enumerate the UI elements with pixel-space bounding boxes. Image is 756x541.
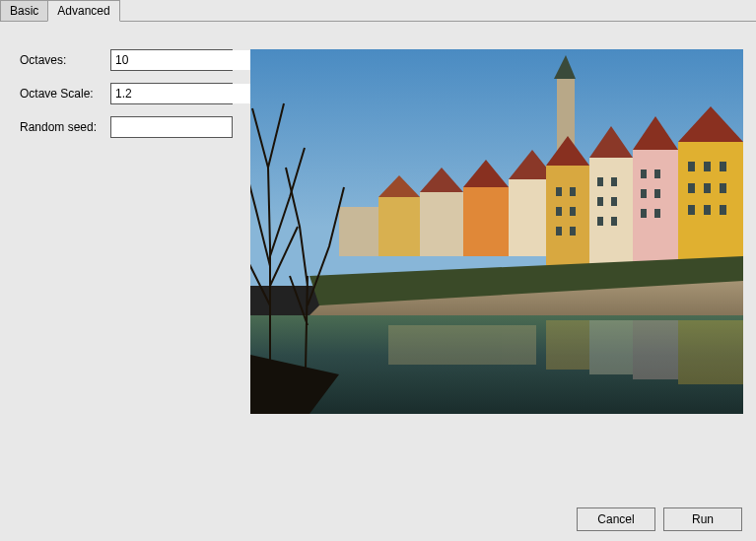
- svg-rect-46: [720, 205, 726, 215]
- scale-label: Octave Scale:: [20, 87, 110, 101]
- svg-rect-37: [654, 209, 660, 218]
- svg-rect-44: [688, 205, 695, 215]
- svg-rect-32: [641, 169, 647, 178]
- scale-input[interactable]: [111, 84, 267, 103]
- svg-rect-42: [704, 183, 711, 193]
- tab-bar: Basic Advanced: [0, 0, 756, 22]
- svg-rect-43: [720, 183, 726, 193]
- tab-advanced[interactable]: Advanced: [47, 0, 119, 22]
- scale-spinner: ▲ ▼: [110, 83, 233, 104]
- cancel-button[interactable]: Cancel: [577, 507, 655, 531]
- svg-rect-25: [570, 227, 576, 236]
- row-seed: Random seed:: [20, 116, 237, 138]
- svg-rect-3: [339, 207, 378, 256]
- svg-rect-23: [570, 207, 576, 216]
- tab-basic[interactable]: Basic: [0, 0, 48, 21]
- seed-label: Random seed:: [20, 120, 110, 134]
- svg-rect-35: [654, 189, 660, 198]
- svg-rect-54: [388, 325, 536, 365]
- svg-rect-52: [633, 320, 678, 379]
- svg-rect-36: [641, 209, 647, 218]
- svg-rect-29: [611, 197, 617, 206]
- svg-rect-33: [654, 169, 660, 178]
- svg-rect-38: [688, 162, 695, 171]
- octaves-label: Octaves:: [20, 53, 110, 67]
- run-button[interactable]: Run: [663, 507, 742, 531]
- svg-rect-45: [704, 205, 711, 215]
- octaves-input[interactable]: [111, 50, 267, 70]
- svg-rect-8: [463, 187, 509, 256]
- svg-rect-41: [688, 183, 695, 193]
- svg-rect-22: [556, 207, 562, 216]
- seed-input[interactable]: [110, 116, 233, 138]
- svg-rect-21: [570, 187, 576, 196]
- svg-rect-39: [704, 162, 711, 171]
- preview-image: [250, 49, 743, 414]
- svg-rect-31: [611, 217, 617, 226]
- svg-rect-30: [597, 217, 603, 226]
- svg-rect-28: [597, 197, 603, 206]
- content-area: Octaves: ▲ ▼ Octave Scale: ▲ ▼ Random se…: [0, 22, 756, 495]
- svg-rect-20: [556, 187, 562, 196]
- octaves-spinner: ▲ ▼: [110, 49, 233, 71]
- svg-rect-6: [420, 192, 463, 256]
- svg-rect-34: [641, 189, 647, 198]
- svg-rect-27: [611, 177, 617, 186]
- button-bar: Cancel Run: [577, 507, 742, 531]
- form-panel: Octaves: ▲ ▼ Octave Scale: ▲ ▼ Random se…: [20, 49, 237, 150]
- row-scale: Octave Scale: ▲ ▼: [20, 83, 237, 104]
- svg-rect-24: [556, 227, 562, 236]
- svg-rect-12: [546, 166, 589, 276]
- svg-rect-4: [378, 197, 420, 256]
- svg-rect-40: [720, 162, 726, 171]
- svg-rect-26: [597, 177, 603, 186]
- row-octaves: Octaves: ▲ ▼: [20, 49, 237, 71]
- svg-rect-50: [546, 320, 589, 370]
- svg-rect-51: [589, 320, 633, 374]
- svg-rect-53: [678, 320, 743, 384]
